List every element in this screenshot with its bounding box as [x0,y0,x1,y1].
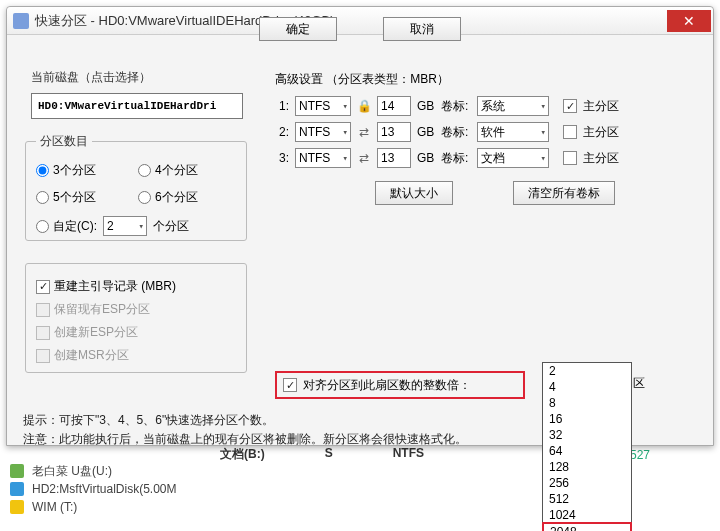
hint-text: 提示：可按下"3、4、5、6"快速选择分区个数。 注意：此功能执行后，当前磁盘上… [23,411,467,449]
current-disk-label: 当前磁盘（点击选择） [31,69,151,86]
bg-row3[interactable]: WIM (T:) [32,500,77,514]
keep-esp-row: 保留现有ESP分区 [36,301,236,318]
volume-select[interactable]: 文档 [477,148,549,168]
dialog-content: 当前磁盘（点击选择） 分区数目 3个分区 4个分区 5个分区 6个分区 自定(C… [7,35,713,51]
radio-6[interactable]: 6个分区 [138,189,236,206]
primary-label: 主分区 [583,150,619,167]
mbr-checkbox-row[interactable]: 重建主引导记录 (MBR) [36,278,236,295]
primary-label: 主分区 [583,98,619,115]
dropdown-option[interactable]: 16 [543,411,631,427]
vol-label: 卷标: [441,98,471,115]
adv-legend: 高级设置 （分区表类型：MBR） [275,71,619,88]
link-icon: ⇄ [357,151,371,165]
msr-row: 创建MSR分区 [36,347,236,364]
size-input[interactable] [377,96,411,116]
partition-row: 2:NTFS⇄GB卷标:软件主分区 [275,122,619,142]
default-buttons: 默认大小 清空所有卷标 [375,181,615,205]
lock-icon: 🔒 [357,99,371,113]
radio-4[interactable]: 4个分区 [138,162,236,179]
radio-3[interactable]: 3个分区 [36,162,134,179]
primary-label: 主分区 [583,124,619,141]
cancel-button[interactable]: 取消 [383,17,461,41]
dropdown-option[interactable]: 1024 [543,507,631,523]
gb-label: GB [417,99,435,113]
fs-select[interactable]: NTFS [295,96,351,116]
row-index: 1: [275,99,289,113]
default-size-button[interactable]: 默认大小 [375,181,453,205]
checkbox-icon [36,326,50,340]
dropdown-option[interactable]: 2 [543,363,631,379]
gb-label: GB [417,125,435,139]
bg-row2[interactable]: HD2:MsftVirtualDisk(5.00M [32,482,176,496]
link-icon: ⇄ [357,125,371,139]
volume-select[interactable]: 软件 [477,122,549,142]
align-row: 对齐分区到此扇区数的整数倍： [275,371,525,399]
rebuild-group: 重建主引导记录 (MBR) 保留现有ESP分区 创建新ESP分区 创建MSR分区 [25,263,247,373]
count-legend: 分区数目 [36,133,92,150]
dropdown-option[interactable]: 4 [543,379,631,395]
advanced-settings: 高级设置 （分区表类型：MBR） 1:NTFS🔒GB卷标:系统主分区2:NTFS… [275,71,619,174]
custom-unit: 个分区 [153,218,189,235]
radio-custom[interactable]: 自定(C): [36,218,97,235]
partition-row: 3:NTFS⇄GB卷标:文档主分区 [275,148,619,168]
new-esp-row: 创建新ESP分区 [36,324,236,341]
vol-label: 卷标: [441,150,471,167]
dropdown-option[interactable]: 512 [543,491,631,507]
size-input[interactable] [377,148,411,168]
bg-row1[interactable]: 老白菜 U盘(U:) [32,463,112,480]
checkbox-icon [36,303,50,317]
partition-count-group: 分区数目 3个分区 4个分区 5个分区 6个分区 自定(C): 2 个分区 [25,133,247,241]
dropdown-option[interactable]: 64 [543,443,631,459]
size-input[interactable] [377,122,411,142]
volume-select[interactable]: 系统 [477,96,549,116]
checkbox-icon [36,349,50,363]
align-dropdown[interactable]: 248163264128256512102420484096 [542,362,632,531]
usb-icon [10,464,24,478]
row-index: 3: [275,151,289,165]
custom-count-select[interactable]: 2 [103,216,147,236]
dropdown-option[interactable]: 256 [543,475,631,491]
dropdown-option[interactable]: 8 [543,395,631,411]
clear-labels-button[interactable]: 清空所有卷标 [513,181,615,205]
primary-checkbox[interactable] [563,125,577,139]
partition-row: 1:NTFS🔒GB卷标:系统主分区 [275,96,619,116]
current-disk-input[interactable] [31,93,243,119]
dropdown-option[interactable]: 2048 [542,522,632,531]
primary-checkbox[interactable] [563,99,577,113]
dropdown-option[interactable]: 128 [543,459,631,475]
ok-button[interactable]: 确定 [259,17,337,41]
radio-5[interactable]: 5个分区 [36,189,134,206]
gb-label: GB [417,151,435,165]
disk-icon [10,482,24,496]
vol-icon [10,500,24,514]
checkbox-icon [36,280,50,294]
row-index: 2: [275,125,289,139]
dialog-buttons: 确定 取消 [7,17,713,41]
vol-label: 卷标: [441,124,471,141]
fs-select[interactable]: NTFS [295,122,351,142]
align-checkbox[interactable] [283,378,297,392]
dropdown-option[interactable]: 32 [543,427,631,443]
fs-select[interactable]: NTFS [295,148,351,168]
primary-checkbox[interactable] [563,151,577,165]
align-label: 对齐分区到此扇区数的整数倍： [303,377,471,394]
